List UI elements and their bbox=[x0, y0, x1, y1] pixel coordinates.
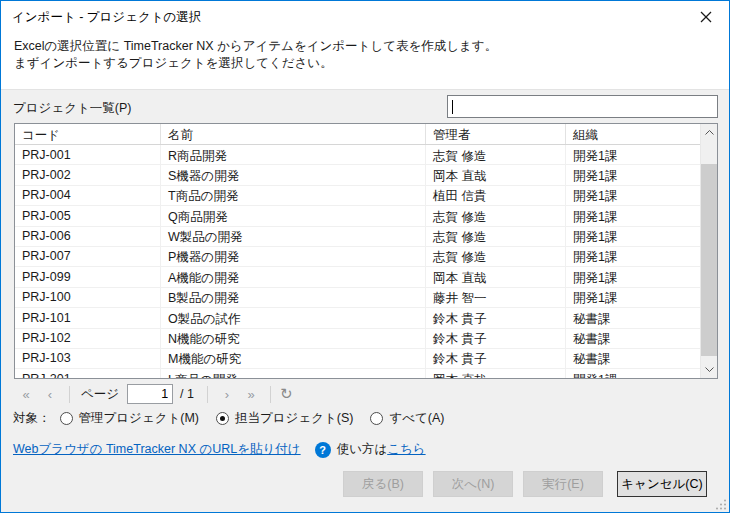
table-body: PRJ-001 R商品開発 志賀 修造 開発1課 PRJ-002 S機器の開発 … bbox=[15, 145, 700, 378]
cell-code: PRJ-100 bbox=[15, 288, 161, 307]
column-header-manager[interactable]: 管理者 bbox=[426, 124, 566, 144]
paste-url-link[interactable]: Webブラウザの TimeTracker NX のURLを貼り付け bbox=[13, 441, 301, 458]
cell-name: B製品の開発 bbox=[161, 288, 426, 307]
cell-code: PRJ-201 bbox=[15, 369, 161, 378]
pagination-bar: « ‹ ページ / 1 › » ↻ bbox=[14, 383, 293, 405]
cell-manager: 志賀 修造 bbox=[426, 145, 566, 164]
cell-name: L商品の開発 bbox=[161, 369, 426, 378]
radio-icon bbox=[60, 412, 73, 425]
close-button[interactable] bbox=[689, 4, 723, 29]
radio-icon bbox=[370, 412, 383, 425]
radio-icon bbox=[216, 412, 229, 425]
project-list-label: プロジェクト一覧(P) bbox=[13, 100, 131, 117]
table-row[interactable]: PRJ-001 R商品開発 志賀 修造 開発1課 bbox=[15, 145, 700, 165]
table-row[interactable]: PRJ-100 B製品の開発 藤井 智一 開発1課 bbox=[15, 288, 700, 308]
cell-name: N機能の研究 bbox=[161, 329, 426, 348]
back-button[interactable]: 戻る(B) bbox=[343, 471, 423, 497]
table-row[interactable]: PRJ-103 M機能の研究 鈴木 貴子 秘書課 bbox=[15, 349, 700, 369]
project-table: コード 名前 管理者 組織 PRJ-001 R商品開発 志賀 修造 開発1課 P… bbox=[14, 123, 718, 379]
page-number-input[interactable] bbox=[127, 384, 173, 404]
prev-page-button[interactable]: ‹ bbox=[38, 387, 62, 402]
target-label: 対象： bbox=[13, 410, 51, 427]
cell-manager: 志賀 修造 bbox=[426, 247, 566, 266]
cell-name: R商品開発 bbox=[161, 145, 426, 164]
dialog-title: インポート - プロジェクトの選択 bbox=[12, 9, 201, 26]
table-row[interactable]: PRJ-201 L商品の開発 岡本 直哉 開発1課 bbox=[15, 369, 700, 378]
cell-org: 秘書課 bbox=[566, 329, 700, 348]
cell-manager: 志賀 修造 bbox=[426, 227, 566, 246]
footer-buttons: 戻る(B) 次へ(N) 実行(E) キャンセル(C) bbox=[333, 471, 707, 497]
cell-org: 秘書課 bbox=[566, 308, 700, 327]
next-button[interactable]: 次へ(N) bbox=[433, 471, 513, 497]
column-header-code[interactable]: コード bbox=[15, 124, 161, 144]
radio-option-assigned[interactable]: 担当プロジェクト(S) bbox=[216, 410, 353, 427]
cancel-button[interactable]: キャンセル(C) bbox=[617, 471, 707, 497]
cell-name: M機能の研究 bbox=[161, 349, 426, 368]
project-filter-input[interactable] bbox=[447, 95, 718, 118]
target-selector: 対象： 管理プロジェクト(M) 担当プロジェクト(S) すべて(A) bbox=[13, 410, 461, 427]
table-row[interactable]: PRJ-002 S機器の開発 岡本 直哉 開発1課 bbox=[15, 165, 700, 185]
cell-name: P機器の開発 bbox=[161, 247, 426, 266]
cell-code: PRJ-004 bbox=[15, 186, 161, 205]
radio-option-all[interactable]: すべて(A) bbox=[370, 410, 444, 427]
cell-code: PRJ-002 bbox=[15, 165, 161, 184]
cell-org: 開発1課 bbox=[566, 165, 700, 184]
table-row[interactable]: PRJ-007 P機器の開発 志賀 修造 開発1課 bbox=[15, 247, 700, 267]
page-total: / 1 bbox=[180, 387, 194, 401]
cell-org: 開発1課 bbox=[566, 288, 700, 307]
chevron-down-icon bbox=[705, 367, 714, 372]
column-header-name[interactable]: 名前 bbox=[161, 124, 426, 144]
cell-org: 開発1課 bbox=[566, 247, 700, 266]
table-row[interactable]: PRJ-101 O製品の試作 鈴木 貴子 秘書課 bbox=[15, 308, 700, 328]
pager-divider bbox=[69, 386, 70, 403]
cell-org: 秘書課 bbox=[566, 349, 700, 368]
resize-grip[interactable] bbox=[716, 499, 727, 510]
cell-manager: 鈴木 貴子 bbox=[426, 349, 566, 368]
chevron-up-icon bbox=[705, 130, 714, 135]
cell-org: 開発1課 bbox=[566, 206, 700, 225]
cell-org: 開発1課 bbox=[566, 369, 700, 378]
help-icon[interactable]: ? bbox=[315, 442, 331, 458]
cell-code: PRJ-099 bbox=[15, 267, 161, 286]
pager-divider bbox=[207, 386, 208, 403]
column-header-org[interactable]: 組織 bbox=[566, 124, 717, 144]
cell-name: T商品の開発 bbox=[161, 186, 426, 205]
cell-code: PRJ-007 bbox=[15, 247, 161, 266]
title-bar: インポート - プロジェクトの選択 bbox=[1, 1, 729, 31]
last-page-button[interactable]: » bbox=[239, 387, 263, 402]
cell-org: 開発1課 bbox=[566, 267, 700, 286]
table-row[interactable]: PRJ-102 N機能の研究 鈴木 貴子 秘書課 bbox=[15, 329, 700, 349]
table-row[interactable]: PRJ-006 W製品の開発 志賀 修造 開発1課 bbox=[15, 227, 700, 247]
cell-manager: 志賀 修造 bbox=[426, 206, 566, 225]
usage-link[interactable]: こちら bbox=[387, 441, 425, 458]
scroll-down-button[interactable] bbox=[701, 361, 717, 378]
radio-option-managed[interactable]: 管理プロジェクト(M) bbox=[60, 410, 200, 427]
cell-manager: 岡本 直哉 bbox=[426, 165, 566, 184]
table-row[interactable]: PRJ-004 T商品の開発 植田 信貴 開発1課 bbox=[15, 186, 700, 206]
cell-manager: 植田 信貴 bbox=[426, 186, 566, 205]
execute-button[interactable]: 実行(E) bbox=[523, 471, 603, 497]
page-label: ページ bbox=[81, 386, 119, 403]
table-row[interactable]: PRJ-005 Q商品開発 志賀 修造 開発1課 bbox=[15, 206, 700, 226]
cell-name: S機器の開発 bbox=[161, 165, 426, 184]
description: Excelの選択位置に TimeTracker NX からアイテムをインポートし… bbox=[1, 31, 729, 89]
help-row: Webブラウザの TimeTracker NX のURLを貼り付け ? 使い方は… bbox=[13, 441, 426, 458]
table-row[interactable]: PRJ-099 A機能の開発 岡本 直哉 開発1課 bbox=[15, 267, 700, 287]
pager-divider bbox=[270, 386, 271, 403]
close-icon bbox=[700, 11, 712, 23]
scrollbar-thumb[interactable] bbox=[701, 164, 717, 356]
cell-code: PRJ-005 bbox=[15, 206, 161, 225]
cell-manager: 岡本 直哉 bbox=[426, 267, 566, 286]
cell-name: O製品の試作 bbox=[161, 308, 426, 327]
table-header: コード 名前 管理者 組織 bbox=[15, 124, 717, 145]
first-page-button[interactable]: « bbox=[14, 387, 38, 402]
radio-label: 管理プロジェクト(M) bbox=[79, 410, 200, 427]
description-line2: まずインポートするプロジェクトを選択してください。 bbox=[14, 55, 716, 72]
cell-org: 開発1課 bbox=[566, 227, 700, 246]
next-page-button[interactable]: › bbox=[215, 387, 239, 402]
cell-code: PRJ-101 bbox=[15, 308, 161, 327]
cell-name: W製品の開発 bbox=[161, 227, 426, 246]
table-scrollbar[interactable] bbox=[700, 124, 717, 378]
refresh-icon[interactable]: ↻ bbox=[280, 385, 293, 403]
scroll-up-button[interactable] bbox=[701, 124, 717, 141]
